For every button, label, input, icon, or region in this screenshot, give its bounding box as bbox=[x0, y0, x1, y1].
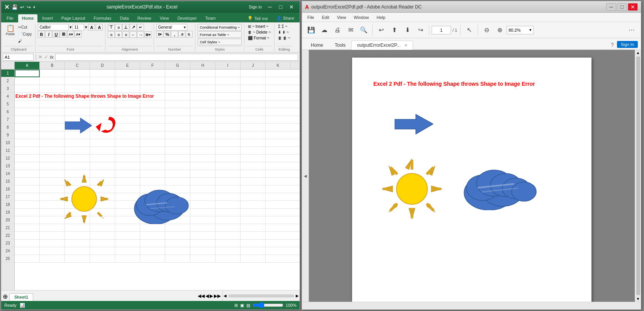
row-num-23[interactable]: 23 bbox=[1, 240, 14, 247]
cell-H1[interactable] bbox=[190, 70, 215, 77]
zoom-out-button[interactable]: ⊖ bbox=[480, 24, 493, 36]
format-button[interactable]: ⬛ Format ~ bbox=[247, 36, 272, 41]
next-page-button[interactable]: ⬇ bbox=[401, 24, 414, 36]
cell-F1[interactable] bbox=[140, 70, 165, 77]
row-num-9[interactable]: 9 bbox=[1, 131, 14, 139]
clear-button[interactable]: 🗑 🗑 ~ bbox=[277, 36, 291, 41]
cancel-formula-icon[interactable]: ✕ bbox=[38, 54, 42, 60]
tab-data[interactable]: Data bbox=[116, 14, 132, 22]
col-header-H[interactable]: H bbox=[190, 62, 215, 69]
row-num-16[interactable]: 16 bbox=[1, 185, 14, 193]
cell-J1[interactable] bbox=[241, 70, 266, 77]
quick-access-save[interactable]: 💾 bbox=[12, 4, 18, 10]
cursor-tool-button[interactable]: ↖ bbox=[463, 24, 475, 36]
scroll-thumb[interactable] bbox=[636, 56, 640, 295]
row-num-11[interactable]: 11 bbox=[1, 147, 14, 155]
acrobat-search-button[interactable]: 🔍 bbox=[358, 24, 370, 36]
format-as-table-button[interactable]: Format as Table ~ bbox=[198, 31, 242, 38]
row-num-17[interactable]: 17 bbox=[1, 193, 14, 201]
acrobat-print-button[interactable]: 🖨 bbox=[331, 24, 344, 36]
scroll-prev-sheet-button[interactable]: ◀ bbox=[205, 293, 209, 299]
row-num-19[interactable]: 19 bbox=[1, 209, 14, 216]
decrease-font-size-button[interactable]: A bbox=[96, 24, 103, 31]
insert-button[interactable]: ⊞ ~ Insert ~ bbox=[247, 24, 272, 29]
row-num-15[interactable]: 15 bbox=[1, 178, 14, 185]
row-num-25[interactable]: 25 bbox=[1, 255, 14, 263]
tab-document[interactable]: outputErrorExcel2P... ✕ bbox=[351, 41, 413, 50]
copy-button[interactable]: 📄 Copy bbox=[17, 31, 33, 37]
undo-icon[interactable]: ↩ bbox=[20, 4, 24, 10]
cut-button[interactable]: ✂ Cut bbox=[17, 24, 33, 30]
redo-icon[interactable]: ↪ bbox=[27, 4, 31, 10]
percent-button[interactable]: % bbox=[164, 31, 171, 37]
previous-page-button[interactable]: ⬆ bbox=[388, 24, 400, 36]
tell-me-field[interactable]: 💡 Tell me bbox=[244, 14, 272, 22]
cell-A2[interactable] bbox=[15, 77, 40, 85]
align-top-button[interactable]: ⊤ bbox=[108, 24, 115, 31]
conditional-formatting-button[interactable]: Conditional Formatting ~ bbox=[198, 24, 242, 31]
align-bottom-button[interactable]: ⊥ bbox=[122, 24, 129, 31]
col-header-C[interactable]: C bbox=[65, 62, 90, 69]
macro-recording-icon[interactable]: 📊 bbox=[20, 303, 25, 308]
row-num-4[interactable]: 4 bbox=[1, 93, 14, 100]
tab-home[interactable]: Home bbox=[18, 14, 38, 22]
cell-D1[interactable] bbox=[90, 70, 115, 77]
help-button[interactable]: ? bbox=[608, 40, 617, 49]
next-view-button[interactable]: ↪ bbox=[414, 24, 427, 36]
merge-center-button[interactable]: ⊞▾ bbox=[144, 31, 151, 38]
tab-home[interactable]: Home bbox=[305, 41, 329, 49]
previous-view-button[interactable]: ↩ bbox=[375, 24, 387, 36]
font-color-button[interactable]: A▾ bbox=[75, 31, 81, 37]
scroll-down-button[interactable]: ▼ bbox=[636, 297, 640, 301]
tab-review[interactable]: Review bbox=[134, 14, 155, 22]
format-painter-button[interactable]: 🖌 bbox=[17, 38, 33, 44]
number-format-dropdown[interactable]: General▾ bbox=[156, 24, 187, 31]
scroll-last-sheet-button[interactable]: ▶▶ bbox=[214, 293, 221, 299]
row-num-20[interactable]: 20 bbox=[1, 216, 14, 224]
row-num-5[interactable]: 5 bbox=[1, 100, 14, 108]
maximize-button[interactable]: □ bbox=[276, 3, 286, 11]
signin-button[interactable]: Sign In bbox=[617, 41, 638, 48]
add-sheet-button[interactable]: ⊕ bbox=[3, 293, 8, 300]
col-header-B[interactable]: B bbox=[40, 62, 65, 69]
acrobat-minimize-button[interactable]: ─ bbox=[606, 3, 616, 11]
acrobat-close-button[interactable]: ✕ bbox=[628, 3, 638, 11]
cell-G1[interactable] bbox=[165, 70, 190, 77]
sidebar-toggle-button[interactable]: ◀ bbox=[302, 50, 309, 302]
comma-button[interactable]: , bbox=[171, 31, 178, 37]
col-header-A[interactable]: A bbox=[15, 62, 40, 69]
tab-file[interactable]: File bbox=[3, 14, 17, 22]
bold-button[interactable]: B bbox=[38, 31, 45, 37]
font-name-input[interactable] bbox=[38, 24, 69, 31]
row-num-1[interactable]: 1 bbox=[1, 70, 14, 77]
row-num-6[interactable]: 6 bbox=[1, 108, 14, 116]
row-num-21[interactable]: 21 bbox=[1, 224, 14, 232]
pdf-view-area[interactable]: Excel 2 Pdf - The following Shape throws… bbox=[309, 50, 635, 302]
menu-help[interactable]: Help bbox=[374, 14, 388, 20]
row-num-14[interactable]: 14 bbox=[1, 170, 14, 178]
fill-color-button[interactable]: A▾ bbox=[67, 31, 74, 37]
font-size-input[interactable] bbox=[73, 24, 84, 31]
row-num-22[interactable]: 22 bbox=[1, 232, 14, 240]
tab-formulas[interactable]: Formulas bbox=[90, 14, 115, 22]
col-header-I[interactable]: I bbox=[215, 62, 241, 69]
menu-edit[interactable]: Edit bbox=[320, 14, 332, 20]
row-num-24[interactable]: 24 bbox=[1, 247, 14, 255]
more-tools-button[interactable]: ⋯ bbox=[625, 24, 638, 36]
align-right-button[interactable]: ≡ bbox=[122, 31, 129, 38]
underline-button[interactable]: U bbox=[53, 31, 59, 37]
cell-A1[interactable] bbox=[15, 70, 40, 77]
zoom-in-button[interactable]: ⊕ bbox=[493, 24, 506, 36]
tab-view[interactable]: View bbox=[156, 14, 173, 22]
wrap-text-button[interactable]: ↵ bbox=[137, 24, 144, 31]
angle-text-button[interactable]: ↗ bbox=[130, 24, 137, 31]
scroll-first-sheet-button[interactable]: ◀◀ bbox=[198, 293, 205, 299]
tab-insert[interactable]: Insert bbox=[38, 14, 57, 22]
indent-decrease-button[interactable]: ← bbox=[130, 31, 137, 38]
font-size-dropdown-icon[interactable]: ▾ bbox=[85, 25, 87, 30]
fill-button[interactable]: ⬇ ⬇ ~ bbox=[277, 30, 291, 35]
zoom-level[interactable]: 100% bbox=[286, 303, 297, 308]
insert-function-icon[interactable]: fx bbox=[50, 55, 54, 59]
acrobat-save-button[interactable]: 💾 bbox=[305, 24, 317, 36]
share-button[interactable]: 👤 Share bbox=[273, 14, 298, 22]
